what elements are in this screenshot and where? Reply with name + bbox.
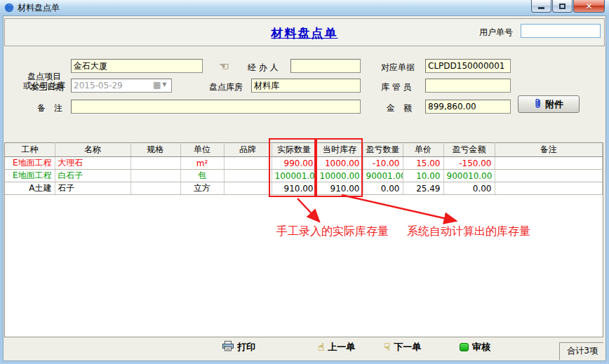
col-header[interactable]: 盈亏数量 <box>363 143 403 157</box>
table-row[interactable]: A土建 石子 立方 910.00 910.00 0.00 25.49 0.00 <box>5 182 603 195</box>
cell-diff-amount[interactable]: 900010.00 <box>443 170 495 182</box>
maximize-button[interactable] <box>552 0 573 13</box>
col-header[interactable]: 工种 <box>5 143 55 157</box>
warehouse-input[interactable] <box>251 79 361 93</box>
col-header-stock-qty[interactable]: 当时库存 <box>316 143 363 157</box>
select-hand-icon[interactable]: ☜ <box>219 60 229 73</box>
close-icon: ✕ <box>585 1 592 11</box>
col-header[interactable]: 名称 <box>55 143 130 157</box>
keeper-input[interactable] <box>425 79 511 93</box>
cell-price[interactable]: 10.00 <box>403 170 443 182</box>
cell-brand[interactable] <box>224 182 272 195</box>
cell-stock-qty[interactable]: 10000.00 <box>316 170 363 182</box>
maximize-icon <box>559 4 566 9</box>
cell-price[interactable]: 15.00 <box>403 157 443 170</box>
ref-doc-label: 对应单据 <box>381 62 415 74</box>
date-label: 发生日期 <box>30 81 64 93</box>
col-header[interactable]: 备注 <box>495 143 603 157</box>
cell-unit[interactable]: 立方 <box>180 182 224 195</box>
keeper-label: 库 管 员 <box>381 81 412 93</box>
hand-down-icon: ☟ <box>384 341 390 353</box>
cell-diff-qty[interactable]: 90001.00 <box>363 170 403 182</box>
next-doc-button[interactable]: ☟ 下一单 <box>384 341 421 353</box>
print-button-label: 打印 <box>237 341 255 353</box>
table-header-row: 工种 名称 规格 单位 品牌 实际数量 当时库存 盈亏数量 单价 盈亏金额 备注 <box>5 143 603 157</box>
paperclip-icon <box>534 97 542 111</box>
minimize-icon <box>538 7 544 9</box>
audit-status-icon <box>460 343 469 351</box>
operator-input[interactable] <box>290 59 361 73</box>
inventory-table: 工种 名称 规格 单位 品牌 实际数量 当时库存 盈亏数量 单价 盈亏金额 备注… <box>5 142 603 195</box>
col-header[interactable]: 盈亏金额 <box>443 143 495 157</box>
app-window: 材料盘点单 ✕ 材料盘点单 用户单号 盘点项目或公司总库 ☜ 经 办 人 对应单… <box>0 0 609 364</box>
cell-name[interactable]: 白石子 <box>55 170 130 182</box>
cell-remark[interactable] <box>495 170 603 182</box>
status-total-items: 合计3项 <box>559 342 603 360</box>
cell-diff-qty[interactable]: 0.00 <box>363 182 403 195</box>
remark-label: 备 注 <box>37 102 62 114</box>
project-input[interactable] <box>71 59 203 73</box>
close-button[interactable]: ✕ <box>573 0 605 13</box>
amount-input[interactable] <box>425 100 511 114</box>
minimize-button[interactable] <box>531 0 551 13</box>
user-no-input[interactable] <box>521 24 601 38</box>
cell-actual-qty[interactable]: 910.00 <box>272 182 316 195</box>
cell-name[interactable]: 大理石 <box>55 157 130 170</box>
cell-spec[interactable] <box>130 170 180 182</box>
attachment-button[interactable]: 附件 <box>518 95 580 113</box>
col-header[interactable]: 规格 <box>130 143 180 157</box>
title-bar: 材料盘点单 ✕ <box>0 0 609 15</box>
chevron-down-icon: ▼ <box>162 82 166 88</box>
cell-diff-amount[interactable]: -150.00 <box>443 157 495 170</box>
warehouse-label: 盘点库房 <box>209 81 243 93</box>
remark-input[interactable] <box>71 100 361 114</box>
printer-icon <box>222 341 234 353</box>
hand-up-icon: ☝ <box>318 341 324 353</box>
cell-unit[interactable]: 包 <box>180 170 224 182</box>
cell-worktype[interactable]: E地面工程 <box>5 157 55 170</box>
cell-remark[interactable] <box>495 157 603 170</box>
app-icon <box>4 3 14 13</box>
next-doc-label: 下一单 <box>394 341 421 353</box>
col-header[interactable]: 单价 <box>403 143 443 157</box>
cell-stock-qty[interactable]: 910.00 <box>316 182 363 195</box>
cell-price[interactable]: 25.49 <box>403 182 443 195</box>
cell-spec[interactable] <box>130 182 180 195</box>
bottom-toolbar: 打印 ☝ 上一单 ☟ 下一单 审核 合计3项 <box>4 337 603 360</box>
attachment-button-label: 附件 <box>545 98 563 111</box>
table-row[interactable]: E地面工程 白石子 包 100001.00 10000.00 90001.00 … <box>5 170 603 182</box>
page-title: 材料盘点单 <box>0 25 609 41</box>
operator-label: 经 办 人 <box>248 62 279 74</box>
audit-button[interactable]: 审核 <box>460 341 490 353</box>
auto-calc-note: 系统自动计算出的库存量 <box>407 224 530 239</box>
cell-remark[interactable] <box>495 182 603 195</box>
cell-worktype[interactable]: A土建 <box>5 182 55 195</box>
inventory-grid-panel: 工种 名称 规格 单位 品牌 实际数量 当时库存 盈亏数量 单价 盈亏金额 备注… <box>4 142 603 337</box>
cell-spec[interactable] <box>130 157 180 170</box>
cell-diff-qty[interactable]: -10.00 <box>363 157 403 170</box>
cell-unit[interactable]: m² <box>180 157 224 170</box>
cell-actual-qty[interactable]: 990.00 <box>272 157 316 170</box>
col-header-actual-qty[interactable]: 实际数量 <box>272 143 316 157</box>
cell-actual-qty[interactable]: 100001.00 <box>272 170 316 182</box>
col-header[interactable]: 品牌 <box>224 143 272 157</box>
manual-entry-note: 手工录入的实际库存量 <box>276 224 389 239</box>
amount-label: 金 额 <box>387 102 412 114</box>
window-title: 材料盘点单 <box>18 2 60 14</box>
prev-doc-button[interactable]: ☝ 上一单 <box>318 341 355 353</box>
print-button[interactable]: 打印 <box>222 341 255 353</box>
user-no-label: 用户单号 <box>479 27 513 39</box>
cell-name[interactable]: 石子 <box>55 182 130 195</box>
col-header[interactable]: 单位 <box>180 143 224 157</box>
cell-stock-qty[interactable]: 1000.00 <box>316 157 363 170</box>
cell-worktype[interactable]: E地面工程 <box>5 170 55 182</box>
date-picker-control[interactable]: ▦ ▼ <box>153 81 167 89</box>
cell-diff-amount[interactable]: 0.00 <box>443 182 495 195</box>
ref-doc-input[interactable] <box>425 59 511 73</box>
calendar-icon: ▦ <box>153 81 161 89</box>
audit-button-label: 审核 <box>472 341 490 353</box>
cell-brand[interactable] <box>224 157 272 170</box>
table-row[interactable]: E地面工程 大理石 m² 990.00 1000.00 -10.00 15.00… <box>5 157 603 170</box>
prev-doc-label: 上一单 <box>328 341 355 353</box>
cell-brand[interactable] <box>224 170 272 182</box>
